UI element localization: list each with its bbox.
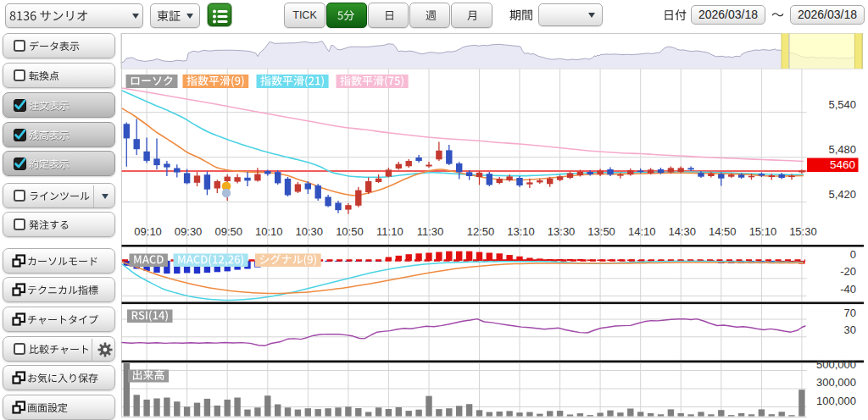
svg-text:5,420: 5,420	[828, 188, 856, 201]
svg-text:10:50: 10:50	[336, 225, 364, 238]
svg-text:12:50: 12:50	[467, 225, 495, 238]
svg-text:14:10: 14:10	[628, 225, 656, 238]
svg-text:10:30: 10:30	[296, 225, 324, 238]
svg-text:09:50: 09:50	[214, 225, 242, 238]
svg-text:10:10: 10:10	[255, 225, 283, 238]
svg-text:15:30: 15:30	[789, 225, 817, 238]
svg-text:30: 30	[844, 323, 856, 336]
svg-text:13:10: 13:10	[507, 225, 535, 238]
svg-text:11:30: 11:30	[417, 225, 444, 238]
svg-text:300,000: 300,000	[816, 376, 856, 389]
svg-text:14:30: 14:30	[669, 225, 697, 238]
svg-text:11:10: 11:10	[376, 225, 403, 238]
svg-text:-40: -40	[840, 283, 856, 296]
svg-text:0: 0	[850, 248, 856, 261]
svg-text:-20: -20	[840, 265, 856, 278]
svg-text:14:50: 14:50	[709, 225, 737, 238]
svg-text:13:50: 13:50	[587, 225, 615, 238]
svg-text:09:10: 09:10	[134, 225, 162, 238]
svg-text:09:30: 09:30	[175, 225, 203, 238]
svg-text:5460: 5460	[830, 158, 855, 171]
svg-text:100,000: 100,000	[816, 395, 856, 407]
svg-text:13:30: 13:30	[548, 225, 576, 238]
svg-text:5,540: 5,540	[828, 98, 856, 111]
svg-text:5,480: 5,480	[828, 143, 856, 156]
svg-text:15:10: 15:10	[749, 225, 777, 238]
svg-text:70: 70	[844, 307, 856, 319]
svg-text:500,000: 500,000	[816, 358, 856, 371]
